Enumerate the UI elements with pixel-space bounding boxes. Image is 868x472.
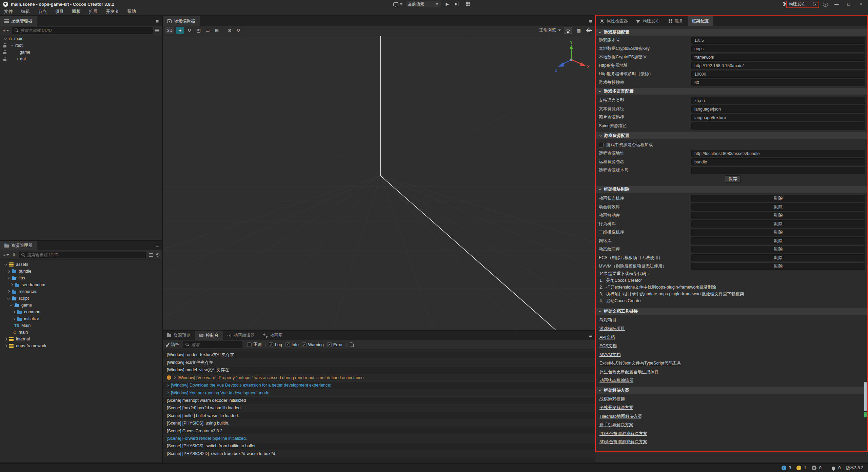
- link-animator-editor[interactable]: 动画状态机编辑器: [599, 377, 633, 384]
- warning-count[interactable]: 1: [804, 466, 806, 470]
- view-mode-dropdown[interactable]: 正常浏览: [539, 27, 561, 33]
- section-basic-config[interactable]: 游戏基础配置: [596, 29, 867, 36]
- fps-input[interactable]: [691, 79, 865, 86]
- remote-res-version-input[interactable]: [691, 167, 865, 174]
- tab-console[interactable]: 控制台: [195, 331, 223, 340]
- link-3d-rpg-solution[interactable]: 3D角色扮演游戏解决方案: [599, 438, 647, 445]
- assets-search-input[interactable]: [27, 253, 143, 257]
- tree-node-seedrandom[interactable]: seedrandom: [0, 281, 162, 288]
- section-module-removal[interactable]: 框架模块剔除: [596, 186, 867, 193]
- info-count-icon[interactable]: i: [782, 466, 786, 470]
- play-button[interactable]: ▶: [444, 2, 451, 6]
- axis-gizmo[interactable]: Y X Z: [553, 40, 590, 78]
- chevron-down-icon[interactable]: [10, 303, 13, 306]
- tab-services[interactable]: 服务: [664, 16, 688, 26]
- minimize-button[interactable]: —: [833, 2, 840, 7]
- chevron-right-icon[interactable]: [4, 345, 7, 347]
- remove-module-button[interactable]: 剔除: [691, 229, 865, 236]
- assets-search[interactable]: [19, 252, 146, 258]
- tab-hierarchy[interactable]: 层级管理器: [0, 16, 37, 26]
- section-solutions[interactable]: 框架解决方案: [596, 387, 867, 394]
- menu-help[interactable]: 帮助: [127, 8, 136, 15]
- gear-icon[interactable]: [587, 28, 591, 32]
- tree-node-main-ts[interactable]: TS Main: [0, 322, 162, 329]
- chevron-down-icon[interactable]: [7, 297, 10, 299]
- help-icon[interactable]: ?: [823, 2, 828, 7]
- tab-framework-config[interactable]: 框架配置: [688, 16, 713, 26]
- save-button[interactable]: 保存: [725, 175, 741, 183]
- menu-panel[interactable]: 面板: [72, 8, 81, 15]
- step-button[interactable]: [453, 1, 460, 7]
- section-i18n-config[interactable]: 游戏多语言配置: [596, 88, 867, 95]
- tree-node-main[interactable]: main: [0, 35, 162, 42]
- link-fullstack-solution[interactable]: 全栈开发解决方案: [599, 404, 633, 411]
- tree-node-game-folder[interactable]: game: [0, 302, 162, 309]
- rotate-tool-button[interactable]: ↻: [185, 27, 193, 34]
- game-version-input[interactable]: [691, 37, 865, 44]
- scrollbar-thumb[interactable]: [864, 382, 867, 411]
- notification-bell-icon[interactable]: [832, 467, 835, 470]
- http-timeout-input[interactable]: [691, 71, 865, 78]
- link-hotupdate-plugin[interactable]: 原生包热更新配置自动生成插件: [599, 369, 659, 375]
- tab-build-publish[interactable]: 构建发布: [632, 16, 664, 26]
- crypto-key-input[interactable]: [691, 45, 865, 52]
- panel-menu-icon[interactable]: ≡: [589, 331, 592, 340]
- tree-node-main-scene[interactable]: main: [0, 329, 162, 336]
- menu-project[interactable]: 项目: [55, 8, 64, 15]
- move-tool-button[interactable]: ＋: [176, 27, 184, 34]
- log-row-warning[interactable]: ! [Window] [Vue warn]: Property "onInput…: [163, 374, 595, 381]
- remote-res-url-input[interactable]: [691, 150, 865, 157]
- tree-node-internal[interactable]: internal: [0, 336, 162, 342]
- link-guide-solution[interactable]: 新手引导解决方案: [599, 421, 633, 428]
- chevron-right-icon[interactable]: [7, 270, 10, 273]
- tab-scene-editor[interactable]: 场景编辑器: [163, 16, 200, 26]
- log-row-expandable[interactable]: [Window] Download the Vue Devtools exten…: [163, 382, 595, 389]
- hierarchy-search-input[interactable]: [20, 28, 150, 33]
- coord-toggle-button[interactable]: ↺: [235, 27, 242, 34]
- link-ecs-docs[interactable]: ECS文档: [599, 342, 617, 349]
- preview-target-button[interactable]: [393, 2, 402, 6]
- panel-menu-icon[interactable]: ≡: [156, 16, 159, 26]
- error-count[interactable]: 0: [819, 466, 822, 470]
- spine-res-path-input[interactable]: [691, 122, 865, 130]
- tab-animation-editor[interactable]: 动画编辑器: [223, 331, 259, 340]
- languages-input[interactable]: [691, 97, 865, 104]
- remove-module-button[interactable]: 剔除: [691, 237, 865, 244]
- panel-menu-icon[interactable]: ≡: [589, 16, 592, 26]
- tree-node-script[interactable]: script: [0, 295, 162, 302]
- link-template-project[interactable]: 游戏模板项目: [599, 325, 625, 332]
- chevron-down-icon[interactable]: [4, 37, 7, 40]
- tree-node-initialize[interactable]: initialize: [0, 315, 162, 322]
- menu-node[interactable]: 节点: [38, 8, 47, 15]
- info-count[interactable]: 3: [789, 466, 791, 470]
- maximize-button[interactable]: □: [845, 2, 852, 7]
- error-count-icon[interactable]: ×: [812, 466, 816, 470]
- chevron-down-icon[interactable]: [7, 276, 10, 279]
- remove-module-button[interactable]: 剔除: [691, 254, 865, 261]
- layout-grid-button[interactable]: [466, 2, 470, 6]
- warning-count-icon[interactable]: !: [796, 466, 801, 470]
- menu-extension[interactable]: 扩展: [89, 8, 98, 15]
- filter-log-checkbox[interactable]: Log: [269, 342, 282, 347]
- link-wargame-framework[interactable]: 战棋游戏框架: [599, 396, 625, 402]
- link-tutorial-project[interactable]: 教程项目: [599, 317, 616, 323]
- remove-module-button[interactable]: 剔除: [691, 263, 865, 270]
- lighting-toggle-button[interactable]: [564, 27, 572, 34]
- tree-node-gui[interactable]: gui: [0, 56, 162, 62]
- chevron-right-icon[interactable]: [13, 311, 15, 313]
- chevron-right-icon[interactable]: [166, 384, 169, 387]
- scale-tool-button[interactable]: ◰: [195, 27, 202, 34]
- tree-node-resources[interactable]: resources: [0, 288, 162, 295]
- chevron-down-icon[interactable]: [11, 44, 13, 46]
- build-publish-button[interactable]: 构建发布: [780, 1, 808, 8]
- chevron-right-icon[interactable]: [7, 290, 10, 293]
- checkbox-unchecked-icon[interactable]: [599, 143, 604, 148]
- lock-icon[interactable]: [3, 45, 6, 47]
- close-button[interactable]: ×: [857, 2, 865, 7]
- section-docs-links[interactable]: 框架文档工具链接: [596, 308, 867, 315]
- console-search[interactable]: [183, 341, 242, 348]
- chevron-right-icon[interactable]: [13, 317, 15, 320]
- lock-icon[interactable]: [3, 52, 6, 54]
- lock-icon[interactable]: [3, 59, 6, 61]
- hierarchy-search[interactable]: [12, 27, 153, 34]
